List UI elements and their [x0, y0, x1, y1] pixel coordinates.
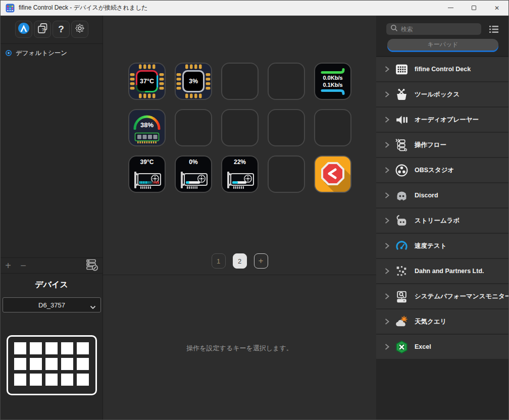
network-speed-widget: 0.0Kb/s0.1Kb/s: [315, 64, 350, 99]
key-r2c4-empty[interactable]: [268, 109, 305, 146]
category-item-5[interactable]: Discord: [376, 183, 508, 207]
chevron-right-icon: [384, 242, 390, 249]
category-item-9[interactable]: システムパフォーマンスモニター: [376, 284, 508, 308]
key-r1c1-cpu-temp-widget[interactable]: 37°C: [128, 63, 166, 100]
key-r1c2-cpu-usage-widget[interactable]: 3%: [175, 63, 212, 100]
audio-player-icon: [395, 113, 409, 127]
category-item-4[interactable]: OBSスタジオ: [376, 158, 508, 182]
discord-icon: [395, 189, 409, 202]
category-label: ストリームラボ: [415, 217, 460, 225]
actions-sidebar: キーパッド fifine Control Deckツールボックスオーディオプレー…: [376, 16, 508, 419]
scene-actions-bar: + −: [1, 258, 103, 273]
chevron-right-icon: [384, 141, 390, 148]
key-grid: 37°C3%0.0Kb/s0.1Kb/s38%39°C0%22%: [128, 63, 351, 193]
category-label: Dahn and Partners Ltd.: [415, 268, 484, 275]
sidebar-item-default-scene[interactable]: デフォルトシーン: [1, 47, 103, 59]
sidebar-toolbar: ? ?: [15, 21, 88, 38]
category-label: 天気クエリ: [415, 318, 446, 326]
window-title: fifine Control Deck - デバイスが接続されました: [19, 4, 148, 12]
list-view-icon[interactable]: [488, 24, 499, 34]
category-label: 操作フロー: [415, 141, 446, 149]
category-item-11[interactable]: Excel: [376, 335, 508, 359]
key-r2c1-ram-usage-widget[interactable]: 38%: [128, 109, 166, 146]
cpu-chip-icon: 3%: [182, 70, 205, 92]
device-section-title: デバイス: [1, 280, 103, 290]
category-item-8[interactable]: Dahn and Partners Ltd.: [376, 259, 508, 283]
key-r3c1-gpu-temp-widget[interactable]: 39°C: [128, 155, 166, 193]
operation-flow-icon: [395, 138, 409, 152]
chevron-right-icon: [384, 318, 390, 325]
chevron-down-icon: [90, 303, 96, 311]
maximize-button[interactable]: [462, 1, 485, 15]
left-sidebar: ? ? デフォルトシーン + −: [1, 16, 103, 419]
chevron-right-icon: [384, 91, 390, 98]
category-label: ツールボックス: [415, 90, 460, 99]
edit-scene-button[interactable]: [85, 258, 98, 273]
category-item-7[interactable]: 速度テスト: [376, 234, 508, 258]
page-button-2[interactable]: 2: [233, 253, 247, 269]
key-r3c5-stop-back-widget[interactable]: [314, 155, 351, 193]
key-value: 22%: [222, 159, 258, 166]
key-r1c4-empty[interactable]: [268, 63, 305, 100]
svg-text:?: ?: [42, 27, 45, 32]
chevron-right-icon: [384, 343, 390, 350]
key-r2c3-empty[interactable]: [221, 109, 259, 146]
title-bar: fifine Control Deck - デバイスが接続されました ✕: [1, 1, 508, 16]
fifine-home-button[interactable]: [15, 21, 32, 38]
help-icon: ?: [58, 24, 64, 35]
scenes-button[interactable]: ?: [34, 21, 51, 38]
speed-test-icon: [395, 239, 409, 253]
key-r1c3-empty[interactable]: [221, 63, 259, 100]
category-label: Excel: [415, 343, 431, 350]
search-icon: [390, 24, 398, 34]
category-item-3[interactable]: 操作フロー: [376, 133, 508, 157]
remove-scene-button[interactable]: −: [16, 260, 31, 271]
upload-speed: 0.0Kb/s: [323, 75, 342, 81]
key-r2c2-empty[interactable]: [175, 109, 212, 146]
toolbox-icon: [395, 88, 409, 101]
chevron-right-icon: [384, 66, 390, 73]
close-button[interactable]: ✕: [485, 1, 508, 15]
app-window: fifine Control Deck - デバイスが接続されました ✕ ? ?: [0, 0, 509, 420]
chevron-right-icon: [384, 192, 390, 199]
device-select-value: D6_3757: [38, 301, 65, 309]
weather-query-icon: [395, 315, 409, 329]
app-icon: [6, 4, 15, 13]
key-value: 39°C: [129, 159, 165, 166]
tab-keypad[interactable]: キーパッド: [387, 39, 498, 50]
help-button[interactable]: ?: [53, 21, 70, 38]
key-value: 37°C: [137, 72, 157, 91]
search-box[interactable]: [386, 23, 481, 35]
add-scene-button[interactable]: +: [1, 260, 16, 271]
key-editor-panel: 37°C3%0.0Kb/s0.1Kb/s38%39°C0%22% 12+ 操作を…: [103, 16, 376, 419]
category-item-2[interactable]: オーディオプレーヤー: [376, 108, 508, 132]
download-line-icon: [319, 89, 346, 95]
device-select[interactable]: D6_3757: [3, 297, 101, 312]
key-r1c5-network-widget[interactable]: 0.0Kb/s0.1Kb/s: [314, 63, 351, 100]
key-r3c4-empty[interactable]: [268, 155, 305, 193]
maximize-icon: [472, 6, 476, 10]
key-r3c3-gpu-usage-widget[interactable]: 22%: [221, 155, 259, 193]
system-performance-monitor-icon: [395, 290, 409, 303]
category-item-1[interactable]: ツールボックス: [376, 82, 508, 107]
add-page-button[interactable]: +: [254, 253, 268, 269]
category-list: fifine Control Deckツールボックスオーディオプレーヤー操作フロ…: [376, 57, 508, 360]
category-item-0[interactable]: fifine Control Deck: [376, 57, 508, 81]
key-r2c5-empty[interactable]: [314, 109, 351, 146]
minimize-button[interactable]: [439, 1, 462, 15]
download-speed: 0.1Kb/s: [323, 82, 342, 88]
chevron-right-icon: [384, 116, 390, 123]
category-item-6[interactable]: ストリームラボ: [376, 208, 508, 233]
key-r3c2-gpu-usage-widget[interactable]: 0%: [175, 155, 212, 193]
scene-label: デフォルトシーン: [16, 49, 67, 58]
category-label: システムパフォーマンスモニター: [415, 292, 509, 301]
category-label: オーディオプレーヤー: [415, 116, 479, 124]
dahn-partners-icon: [395, 265, 409, 278]
close-icon: ✕: [494, 5, 499, 12]
scenes-copy-icon: ?: [36, 22, 48, 36]
category-item-10[interactable]: 天気クエリ: [376, 309, 508, 334]
settings-button[interactable]: [71, 21, 88, 38]
page-button-1[interactable]: 1: [212, 253, 226, 269]
search-input[interactable]: [401, 26, 472, 33]
keypad-icon: [395, 63, 409, 76]
